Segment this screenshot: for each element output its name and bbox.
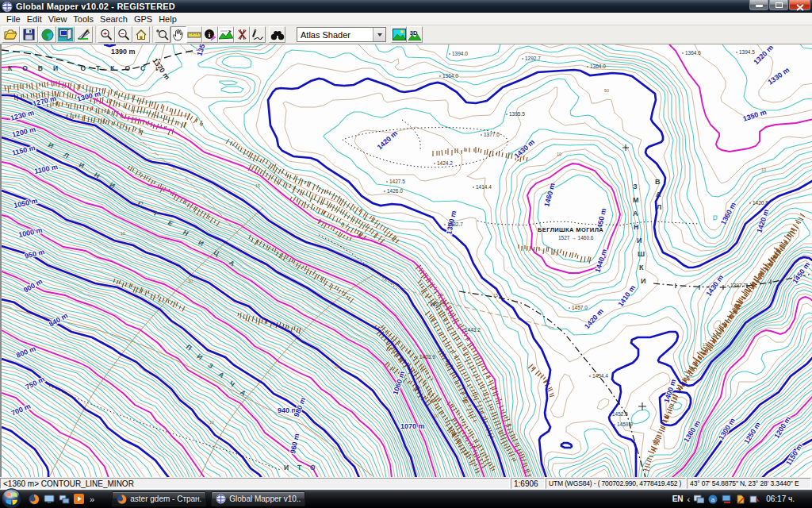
svg-text:1377.0: 1377.0 (484, 132, 500, 137)
svg-text:1394.5: 1394.5 (739, 49, 755, 55)
svg-text:1527 → 1460.6: 1527 → 1460.6 (558, 235, 594, 241)
svg-text:1364.6: 1364.6 (685, 50, 701, 56)
svg-text:1424.2: 1424.2 (437, 160, 453, 166)
svg-text:1403.9: 1403.9 (419, 354, 435, 360)
svg-text:1292.7: 1292.7 (525, 56, 541, 61)
svg-text:15: 15 (703, 342, 707, 347)
svg-text:+: + (103, 29, 107, 37)
svg-text:1364.0: 1364.0 (442, 73, 458, 79)
svg-text:Л: Л (657, 203, 661, 211)
svg-text:КОВИ ОТКОСИ: КОВИ ОТКОСИ (8, 64, 170, 72)
svg-text:1390 m: 1390 m (111, 48, 136, 56)
svg-text:А: А (656, 190, 661, 198)
svg-text:10: 10 (188, 279, 193, 283)
svg-text:1397.7: 1397.7 (730, 283, 746, 288)
svg-text:10: 10 (434, 414, 439, 418)
svg-text:БЕГЛИШКА МОГИЛА: БЕГЛИШКА МОГИЛА (538, 226, 603, 233)
svg-text:1070 m: 1070 m (400, 422, 425, 430)
svg-text:1426.0: 1426.0 (387, 188, 403, 194)
svg-text:1459.9: 1459.9 (617, 421, 633, 427)
svg-text:И: И (637, 237, 642, 244)
svg-text:Н: Н (634, 223, 639, 231)
svg-text:И: И (641, 277, 645, 285)
svg-text:15: 15 (255, 183, 260, 188)
svg-text:15: 15 (121, 231, 125, 236)
svg-text:1427.5: 1427.5 (389, 179, 405, 184)
svg-text:К: К (639, 264, 644, 271)
svg-text:10: 10 (557, 152, 561, 156)
svg-text:1395.5: 1395.5 (509, 111, 525, 117)
svg-text:−: − (121, 29, 124, 37)
svg-text:1394.0: 1394.0 (452, 51, 468, 56)
svg-text:Ш: Ш (638, 250, 645, 258)
svg-text:1364.0: 1364.0 (590, 64, 606, 69)
svg-text:1420.8: 1420.8 (753, 200, 768, 206)
svg-text:З: З (633, 183, 638, 190)
svg-text:20: 20 (335, 364, 339, 369)
svg-text:1434.4: 1434.4 (592, 373, 608, 379)
svg-text:15: 15 (493, 293, 498, 298)
svg-text:10: 10 (761, 167, 766, 172)
svg-text:В: В (655, 178, 661, 186)
svg-text:ИТО: ИТО (284, 464, 324, 471)
svg-text:1414.4: 1414.4 (476, 184, 492, 190)
svg-text:50: 50 (604, 88, 609, 93)
svg-text:1382.7: 1382.7 (447, 221, 463, 227)
svg-text:10: 10 (209, 420, 214, 425)
svg-text:А: А (633, 210, 638, 217)
svg-text:М: М (633, 196, 639, 204)
svg-text:1452.5: 1452.5 (612, 411, 628, 417)
svg-text:1443.2: 1443.2 (465, 327, 481, 333)
svg-text:a: a (711, 496, 715, 503)
svg-text:1422.5: 1422.5 (430, 302, 446, 307)
svg-text:1457.0: 1457.0 (572, 305, 588, 310)
